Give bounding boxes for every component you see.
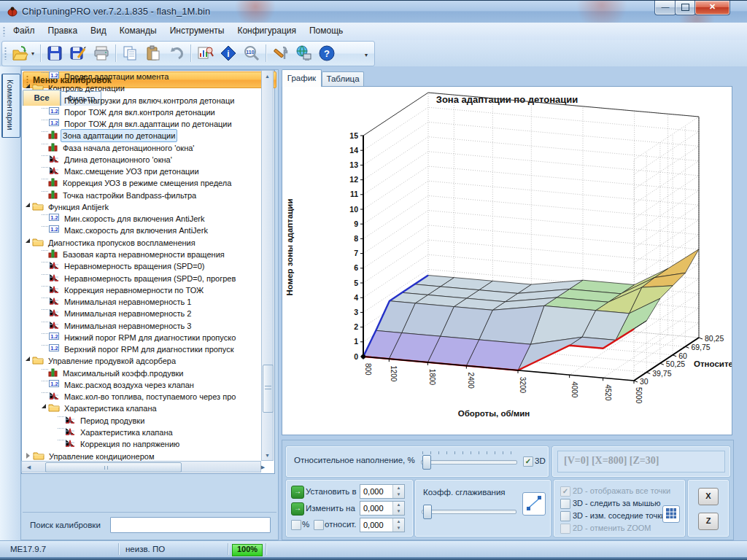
tree-item[interactable]: Коррекция по напряжению <box>21 438 261 449</box>
x-axis-button[interactable]: X <box>698 488 719 505</box>
save-as-button[interactable] <box>67 43 89 63</box>
tree-folder[interactable]: Характеристика клапана <box>21 402 261 413</box>
tree-item[interactable]: 1.2Верхний порог RPM для диагностики про… <box>21 343 261 354</box>
menu-grip[interactable] <box>3 26 5 36</box>
percent-checkbox[interactable] <box>291 520 301 530</box>
paste-button[interactable] <box>142 43 164 63</box>
tree-item[interactable]: Коррекция УОЗ в режиме смещения предела <box>21 176 261 188</box>
tree-item[interactable]: Макс.кол-во топлива, поступаемого через … <box>21 390 261 402</box>
tree-item[interactable]: Период продувки <box>21 414 261 426</box>
fill-slider-thumb[interactable] <box>422 455 431 470</box>
print-button[interactable] <box>90 43 112 63</box>
spinner-arrows[interactable]: ▲▼ <box>392 518 404 532</box>
chart-area[interactable]: Зона адаптации по детонации0123456789101… <box>282 86 732 435</box>
tree-item[interactable]: 1.2Порог ТОЖ для вкл.контроля детонации <box>21 106 261 117</box>
save-button[interactable] <box>44 43 66 63</box>
open-button[interactable] <box>9 43 31 63</box>
tree-item[interactable]: 1.2Макс.скорость для включения AntiJerk <box>21 224 261 236</box>
tree-item[interactable]: Коррекция неравномерности по ТОЖ <box>21 284 261 295</box>
toolbar-grip[interactable] <box>4 47 7 60</box>
smoothing-slider-thumb[interactable] <box>423 505 432 519</box>
tree-item[interactable]: 1.2Порог ТОЖ для вкл.адаптации по детона… <box>21 117 261 129</box>
open-dropdown-arrow[interactable]: ▾ <box>31 43 38 63</box>
option-checkbox[interactable] <box>560 511 570 521</box>
tree-folder[interactable]: Функция Antijerk <box>21 201 261 212</box>
expander-collapsed-icon[interactable] <box>26 453 30 459</box>
3d-checkbox[interactable]: ✓ <box>523 456 533 467</box>
fill-slider[interactable] <box>421 460 517 464</box>
hscroll-thumb[interactable] <box>45 462 182 472</box>
comments-tab[interactable]: Комментарии <box>1 74 20 138</box>
change-value-button[interactable]: → <box>291 502 304 516</box>
scroll-right-arrow[interactable]: ▶ <box>258 464 268 470</box>
set-value-spinner[interactable]: 0,000▲▼ <box>360 484 405 499</box>
tree-item[interactable]: Минимальная неравномерность 3 <box>21 319 261 331</box>
tree-item[interactable]: Длина детонационного 'окна' <box>21 153 261 165</box>
chart-compare-button[interactable] <box>194 43 216 63</box>
tree-item[interactable]: Точка настройки Bandpass-фильтра <box>21 189 261 201</box>
tree-item[interactable]: Базовая карта неравномерности вращения <box>21 248 261 260</box>
toolbar-overflow-chevron[interactable]: ▾ <box>365 44 371 65</box>
scroll-up-arrow[interactable]: ▲ <box>262 74 273 79</box>
tree-item[interactable]: 1.2Макс.расход воздуха через клапан <box>21 378 261 390</box>
vscroll-thumb[interactable] <box>263 365 274 413</box>
tree-item[interactable]: Зона адаптации по детонации <box>21 129 261 141</box>
tree-item[interactable]: 1.2Нижний порог RPM для диагностики проп… <box>21 331 261 343</box>
change-value-spinner[interactable]: 0,000▲▼ <box>360 501 405 516</box>
tree-folder[interactable]: Диагностика пропусков воспламенения <box>21 236 261 248</box>
tab-table[interactable]: Таблица <box>322 71 364 87</box>
surface-chart[interactable]: Зона адаптации по детонации0123456789101… <box>282 87 732 435</box>
scroll-down-arrow[interactable]: ▼ <box>262 453 273 458</box>
relative-value-spinner[interactable]: 0,000▲▼ <box>360 518 405 532</box>
smoothing-slider[interactable] <box>422 510 516 514</box>
tree-folder[interactable]: Управление кондиционером <box>21 450 261 462</box>
search-input[interactable] <box>110 517 271 533</box>
relative-checkbox[interactable] <box>314 520 324 530</box>
menu-инструменты[interactable]: Инструменты <box>163 23 231 39</box>
tree-vscrollbar[interactable]: ▲ ▼ <box>261 70 274 461</box>
smoothing-apply-button[interactable] <box>522 492 546 516</box>
tree-folder[interactable]: Управление продувкой адсорбера <box>21 354 261 366</box>
expander-expanded-icon[interactable] <box>26 357 30 361</box>
minimize-button[interactable]: — <box>654 1 676 15</box>
grid-edit-button[interactable] <box>662 505 680 523</box>
tree-item[interactable]: Минимальная неравномерность 1 <box>21 295 261 307</box>
set-value-button[interactable]: → <box>291 486 304 499</box>
menu-команды[interactable]: Команды <box>113 23 163 39</box>
menu-файл[interactable]: Файл <box>7 23 42 39</box>
tree-item[interactable]: Фаза начала детонационного 'окна' <box>21 141 261 153</box>
info-button[interactable]: i <box>217 43 239 63</box>
tree-item[interactable]: Характеристика клапана <box>21 426 261 438</box>
tree-item[interactable]: Неравномерность вращения (SPD=0) <box>21 260 261 271</box>
tools-button[interactable] <box>269 43 291 63</box>
tab-all[interactable]: Все <box>23 90 61 106</box>
expander-expanded-icon[interactable] <box>42 404 46 408</box>
scroll-left-arrow[interactable]: ◀ <box>23 464 34 470</box>
tree-item[interactable]: 1.2Предел адаптации момента <box>21 70 261 82</box>
expander-expanded-icon[interactable] <box>26 84 30 88</box>
copy-button[interactable] <box>119 43 141 63</box>
maximize-button[interactable] <box>675 1 696 15</box>
zoom-110-button[interactable]: 110 <box>241 43 263 63</box>
help-button[interactable]: ? <box>316 43 338 63</box>
option-checkbox[interactable] <box>560 499 570 509</box>
close-button[interactable]: ✕ <box>694 1 730 15</box>
menu-правка[interactable]: Правка <box>42 23 85 39</box>
tree-item[interactable]: Макс.смещение УОЗ при детонации <box>21 165 261 176</box>
tree-item[interactable]: 1.2Мин.скорость для включения AntiJerk <box>21 212 261 224</box>
spinner-arrows[interactable]: ▲▼ <box>392 485 404 498</box>
menu-помощь[interactable]: Помощь <box>303 23 349 39</box>
menu-вид[interactable]: Вид <box>84 23 113 39</box>
undo-button[interactable] <box>166 43 187 63</box>
tree-item[interactable]: Максимальный коэфф.продувки <box>21 367 261 378</box>
tree-hscrollbar[interactable]: ◀ ▶ <box>21 461 261 472</box>
tree-item[interactable]: Неравномерность вращения (SPD=0, прогрев <box>21 272 261 284</box>
expander-expanded-icon[interactable] <box>26 203 30 207</box>
expander-expanded-icon[interactable] <box>26 238 30 243</box>
title-bar[interactable]: ChipTuningPRO ver.7.2.1.835 - flash_1M.b… <box>0 1 747 23</box>
menu-конфигурация[interactable]: Конфигурация <box>231 23 303 39</box>
z-axis-button[interactable]: Z <box>698 513 719 530</box>
spinner-arrows[interactable]: ▲▼ <box>392 502 404 515</box>
network-button[interactable] <box>293 43 314 63</box>
tab-chart[interactable]: График <box>282 69 322 87</box>
